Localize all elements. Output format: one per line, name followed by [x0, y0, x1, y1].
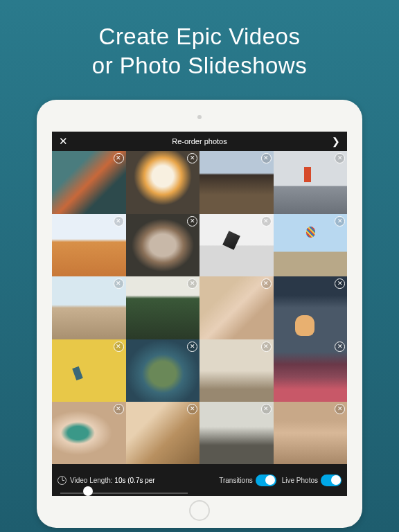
remove-photo-icon[interactable] [114, 216, 124, 227]
remove-photo-icon[interactable] [187, 153, 197, 163]
bottom-bar: Video Length: 10s (0.7s per Transitions … [52, 464, 347, 496]
remove-photo-icon[interactable] [335, 404, 345, 414]
transitions-label: Transitions [219, 477, 253, 484]
photo-thumb[interactable] [126, 151, 200, 213]
promo-heading: Create Epic Videos or Photo Slideshows [0, 0, 399, 100]
video-length-label: Video Length: 10s (0.7s per [70, 477, 155, 484]
photo-thumb[interactable] [126, 276, 200, 339]
remove-photo-icon[interactable] [187, 278, 197, 289]
photo-thumb[interactable] [200, 214, 274, 276]
photo-thumb[interactable] [274, 339, 348, 402]
photo-thumb[interactable] [126, 214, 200, 276]
photo-thumb[interactable] [52, 402, 126, 464]
photo-thumb[interactable] [274, 276, 348, 339]
remove-photo-icon[interactable] [261, 153, 272, 163]
remove-photo-icon[interactable] [187, 342, 197, 352]
photo-thumb[interactable] [200, 151, 274, 213]
tablet-home-button [189, 500, 210, 521]
photo-thumb[interactable] [200, 339, 274, 402]
remove-photo-icon[interactable] [261, 342, 272, 352]
photo-thumb[interactable] [274, 402, 348, 464]
photo-thumb[interactable] [52, 214, 126, 276]
screen-title: Re-order photos [172, 137, 227, 145]
remove-photo-icon[interactable] [114, 342, 124, 352]
remove-photo-icon[interactable] [114, 153, 124, 163]
photo-thumb[interactable] [200, 276, 274, 339]
remove-photo-icon[interactable] [187, 216, 197, 227]
remove-photo-icon[interactable] [187, 404, 197, 414]
top-bar: ✕ Re-order photos ❯ [52, 132, 347, 151]
live-photos-toggle[interactable] [321, 475, 342, 486]
clock-icon [57, 476, 66, 485]
photo-thumb[interactable] [200, 402, 274, 464]
video-length-value: 10s (0.7s per [114, 477, 154, 484]
app-screen: ✕ Re-order photos ❯ [52, 132, 347, 496]
live-photos-label: Live Photos [282, 477, 318, 484]
tablet-camera-dot [197, 115, 202, 119]
remove-photo-icon[interactable] [335, 278, 345, 289]
photo-grid [52, 151, 347, 464]
photo-thumb[interactable] [52, 151, 126, 213]
remove-photo-icon[interactable] [335, 216, 345, 227]
heading-line1: Create Epic Videos [99, 24, 301, 49]
photo-thumb[interactable] [52, 339, 126, 402]
photo-thumb[interactable] [126, 402, 200, 464]
remove-photo-icon[interactable] [114, 404, 124, 414]
chevron-right-icon[interactable]: ❯ [332, 136, 340, 147]
photo-thumb[interactable] [274, 151, 348, 213]
remove-photo-icon[interactable] [114, 278, 124, 289]
photo-thumb[interactable] [274, 214, 348, 276]
transitions-toggle[interactable] [256, 475, 276, 486]
remove-photo-icon[interactable] [261, 404, 272, 414]
close-icon[interactable]: ✕ [59, 135, 68, 148]
photo-thumb[interactable] [52, 276, 126, 339]
remove-photo-icon[interactable] [335, 153, 345, 163]
remove-photo-icon[interactable] [335, 342, 345, 352]
slider-thumb[interactable] [83, 486, 93, 496]
remove-photo-icon[interactable] [261, 216, 272, 227]
photo-thumb[interactable] [126, 339, 200, 402]
heading-line2: or Photo Slideshows [92, 53, 307, 78]
remove-photo-icon[interactable] [261, 278, 272, 289]
tablet-frame: ✕ Re-order photos ❯ [37, 100, 362, 528]
video-length-slider[interactable] [60, 493, 188, 494]
